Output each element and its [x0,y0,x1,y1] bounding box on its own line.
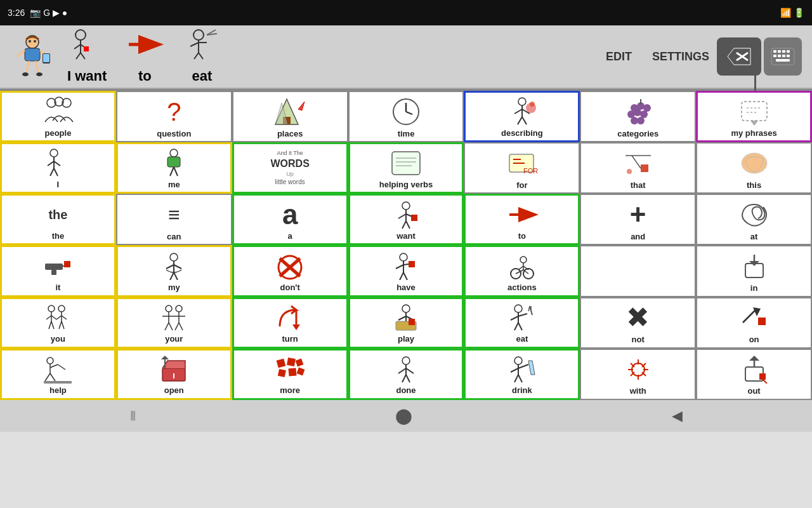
actions-label: actions [508,283,537,293]
nav-back-button[interactable]: ◀ [659,404,695,428]
you-icon [4,302,112,335]
cell-have[interactable]: have [348,245,464,297]
time-icon [352,95,461,129]
cell-more[interactable]: more [232,349,348,400]
svg-line-52 [514,109,522,114]
svg-line-204 [518,375,522,382]
svg-rect-191 [289,368,297,376]
places-icon [236,95,344,129]
open-label: open [164,385,184,396]
cell-can[interactable]: ≡ can [116,194,232,245]
sentence-word-iwant: I want [67,29,107,84]
svg-line-180 [45,373,50,381]
little-words-icon: And It The WORDS Up little words [237,147,344,189]
svg-line-98 [402,221,406,229]
categories-label: categories [617,129,658,139]
cell-drink[interactable]: drink [464,349,580,400]
cell-want[interactable]: want [348,194,464,245]
cell-categories[interactable]: categories [580,91,696,142]
cell-on[interactable]: on [696,297,812,349]
cell-to[interactable]: to [464,194,580,245]
categories-icon [584,95,692,129]
svg-line-179 [58,364,65,370]
cell-that[interactable]: that [580,142,696,194]
edit-button[interactable]: EDIT [598,45,639,69]
status-icons: 📷 G ▶ ● [30,8,67,18]
svg-line-9 [36,61,39,74]
helping-verbs-icon [353,147,460,180]
cell-my[interactable]: my [116,245,232,297]
cell-and[interactable]: + and [580,194,696,245]
cell-me[interactable]: me [116,142,232,194]
at-icon [700,197,808,232]
svg-rect-91 [641,164,648,172]
cell-in[interactable]: in [696,245,812,297]
cell-not[interactable]: ✖ not [580,297,696,349]
for-label: for [516,180,527,190]
want-icon [353,198,460,231]
svg-point-115 [400,253,407,261]
svg-line-22 [190,43,199,46]
cell-actions[interactable]: actions [464,245,580,297]
nav-home-button[interactable]: ⬤ [383,403,425,429]
nav-menu-button[interactable]: ⦀ [117,404,148,428]
cell-it[interactable]: it [0,245,116,297]
cell-out[interactable]: out [696,349,812,400]
cell-people[interactable]: people [0,91,116,142]
cell-help[interactable]: help [0,349,116,400]
svg-line-49 [406,112,412,114]
svg-rect-105 [64,261,70,267]
cell-a[interactable]: a a [232,194,348,245]
cell-my-phrases[interactable]: my phrases [696,91,812,142]
cell-for[interactable]: FOR: for [464,142,580,194]
cell-i[interactable]: I [0,142,116,194]
svg-line-181 [50,373,55,381]
cell-eat[interactable]: eat [464,297,580,349]
svg-marker-155 [292,324,300,330]
svg-point-134 [58,305,65,312]
on-icon [700,301,808,335]
cell-dont[interactable]: don't [232,245,348,297]
svg-line-140 [62,316,67,319]
svg-line-144 [62,321,64,329]
keyboard-button[interactable] [764,37,802,76]
svg-line-108 [166,265,174,269]
svg-line-76 [54,168,58,176]
cell-helping-verbs[interactable]: helping verbs [348,142,464,194]
cell-at[interactable]: at [696,194,812,245]
svg-point-133 [48,305,55,312]
to-icon [468,198,575,231]
cell-describing[interactable]: describing [464,91,580,142]
svg-rect-38 [782,55,785,57]
cell-places[interactable]: places [232,91,348,142]
cell-little-words[interactable]: And It The WORDS Up little words [232,142,348,194]
out-label: out [747,386,760,396]
cell-your[interactable]: your [116,297,232,349]
question-label: question [157,129,191,139]
settings-button[interactable]: SETTINGS [645,45,717,69]
cell-time[interactable]: time [348,91,464,142]
cell-question[interactable]: ? question [116,91,232,142]
svg-line-166 [511,316,518,320]
svg-line-178 [50,364,58,368]
status-left: 3:26 📷 G ▶ ● [8,8,67,18]
svg-rect-18 [84,46,89,51]
app-logo [10,34,55,79]
svg-rect-187 [277,358,286,368]
drink-label: drink [512,385,532,396]
cell-done[interactable]: done [348,349,464,400]
the-the-label: the [52,231,65,241]
svg-rect-100 [411,215,417,221]
play-label: play [398,334,414,344]
svg-point-10 [22,72,29,76]
svg-point-1 [29,40,31,43]
cell-the-the[interactable]: the the [0,194,116,245]
cell-this[interactable]: this [696,142,812,194]
cell-you[interactable]: you [0,297,116,349]
cell-turn[interactable]: turn [232,297,348,349]
cell-open[interactable]: open [116,349,232,400]
i-label: I [57,180,60,190]
cell-with[interactable]: with [580,349,696,400]
svg-line-111 [174,272,178,280]
cell-play[interactable]: play [348,297,464,349]
